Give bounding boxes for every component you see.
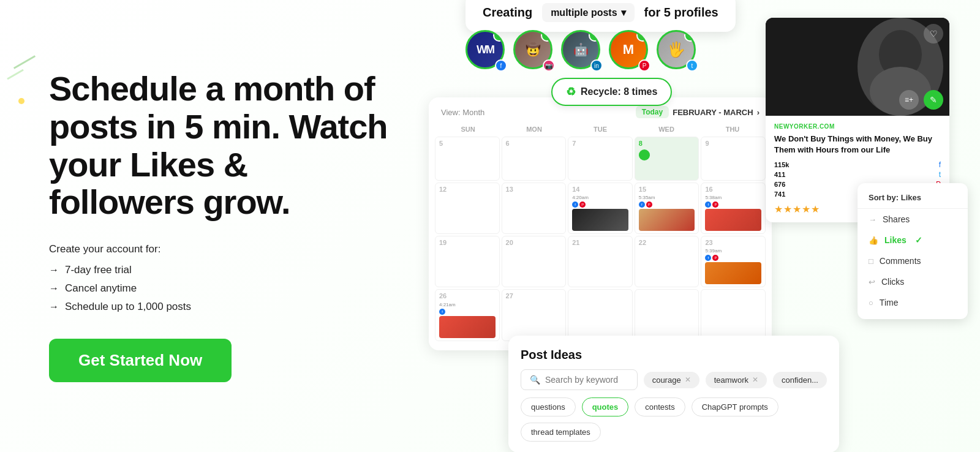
main-headline: Schedule a month of posts in 5 min. Watc… xyxy=(49,70,392,220)
cal-cell-7[interactable]: 7 xyxy=(568,137,633,181)
calendar-week-3: 19 20 21 22 23 5:39am fP xyxy=(435,236,766,287)
ny-stat-fb-val: 115k xyxy=(774,161,789,168)
facebook-badge-wm: f xyxy=(495,59,507,72)
cal-cell-9[interactable]: 9 xyxy=(701,137,766,181)
sort-item-likes[interactable]: 👍 Likes ✓ xyxy=(858,230,968,250)
sort-item-time[interactable]: ○ Time xyxy=(858,292,968,313)
feather-icon[interactable]: ✎ xyxy=(924,90,943,110)
calendar-month-label: FEBRUARY - MARCH xyxy=(673,108,753,117)
cal-cell-6[interactable]: 6 xyxy=(502,137,567,181)
recycle-badge: ♻ Recycle: 8 times xyxy=(551,78,672,106)
bullet-item-cancel: → Cancel anytime xyxy=(49,282,392,295)
keyword-search-box[interactable]: 🔍 xyxy=(521,369,638,390)
tag-questions[interactable]: questions xyxy=(521,397,576,416)
cal-cell-empty3[interactable] xyxy=(701,289,766,341)
svg-point-3 xyxy=(870,67,931,116)
avatar-item-fp: 🖐 ✓ t xyxy=(657,30,696,69)
tag-confide[interactable]: confiden... xyxy=(773,372,827,388)
sort-item-comments[interactable]: □ Comments xyxy=(858,250,968,271)
check-badge-m: ✓ xyxy=(636,30,648,42)
arrow-icon: → xyxy=(49,265,59,276)
ny-stat-li-val: 741 xyxy=(774,190,785,198)
sort-label-likes: Likes xyxy=(884,235,907,245)
cal-cell-21[interactable]: 21 xyxy=(568,236,633,287)
calendar-week-1: 5 6 7 8 9 xyxy=(435,137,766,181)
cal-cell-27[interactable]: 27 xyxy=(502,289,567,341)
for-profiles-label: for 5 profiles xyxy=(644,6,718,20)
multiple-posts-dropdown[interactable]: multiple posts ▾ xyxy=(542,3,634,22)
cal-cell-13[interactable]: 13 xyxy=(502,183,567,234)
tag-quotes[interactable]: quotes xyxy=(582,397,629,416)
bullet-item-posts: → Schedule up to 1,000 posts xyxy=(49,301,392,313)
tag-chatgpt[interactable]: ChapGPT prompts xyxy=(692,397,778,416)
ny-stat-fb: 115k f xyxy=(774,160,941,169)
right-panel: Creating multiple posts ▾ for 5 profiles… xyxy=(429,12,931,440)
day-tue: TUE xyxy=(567,126,633,133)
bullet-text-posts: Schedule up to 1,000 posts xyxy=(65,301,191,313)
cal-cell-23[interactable]: 23 5:39am fP xyxy=(701,236,766,287)
cal-cell-19[interactable]: 19 xyxy=(435,236,500,287)
ny-stat-tw: 411 t xyxy=(774,170,941,179)
remove-teamwork-icon[interactable]: ✕ xyxy=(752,375,758,384)
sort-item-shares[interactable]: → Shares xyxy=(858,209,968,230)
sort-item-clicks[interactable]: ↩ Clicks xyxy=(858,271,968,292)
deco-dot xyxy=(18,98,24,104)
arrow-icon-2: → xyxy=(49,283,59,294)
search-icon: 🔍 xyxy=(530,375,540,385)
cal-cell-empty1[interactable] xyxy=(568,289,633,341)
cal-cell-5[interactable]: 5 xyxy=(435,137,500,181)
tag-courage[interactable]: courage ✕ xyxy=(644,372,699,388)
remove-courage-icon[interactable]: ✕ xyxy=(685,375,691,384)
recycle-label: Recycle: 8 times xyxy=(581,86,657,97)
day-wed: WED xyxy=(633,126,699,133)
calendar-widget: View: Month Today FEBRUARY - MARCH › SUN… xyxy=(429,97,772,350)
facebook-icon: f xyxy=(939,160,941,169)
ny-image-content xyxy=(766,18,949,116)
tag-contests[interactable]: contests xyxy=(635,397,685,416)
sort-label-time: Time xyxy=(880,298,899,307)
cal-cell-26[interactable]: 264:21amf xyxy=(435,289,500,341)
cal-cell-20[interactable]: 20 xyxy=(502,236,567,287)
cal-cell-16[interactable]: 16 5:38am fP xyxy=(701,183,766,234)
cal-cell-8[interactable]: 8 xyxy=(635,137,699,181)
tag-teamwork[interactable]: teamwork ✕ xyxy=(706,372,767,388)
tag-confide-label: confiden... xyxy=(782,375,818,385)
next-month-icon[interactable]: › xyxy=(757,108,760,117)
today-badge[interactable]: Today xyxy=(636,106,669,118)
bullet-text-cancel: Cancel anytime xyxy=(65,282,137,295)
avatar-item-hat: 🤠 ✓ 📷 xyxy=(513,30,552,69)
search-input[interactable] xyxy=(545,375,628,385)
view-label: View: Month xyxy=(441,108,484,117)
calendar-days-header: SUN MON TUE WED THU xyxy=(435,123,766,137)
twitter-badge-fp: t xyxy=(686,59,698,72)
menu-icon[interactable]: ≡+ xyxy=(899,90,919,110)
creating-bar: Creating multiple posts ▾ for 5 profiles xyxy=(466,0,736,32)
page-container: Schedule a month of posts in 5 min. Watc… xyxy=(0,0,980,452)
heart-icon[interactable]: ♡ xyxy=(924,24,943,43)
cal-cell-22[interactable]: 22 xyxy=(635,236,699,287)
ny-stat-pi-val: 676 xyxy=(774,181,785,188)
bullet-item-trial: → 7-day free trial xyxy=(49,264,392,276)
instagram-badge-hat: 📷 xyxy=(543,59,555,72)
tag-teamwork-label: teamwork xyxy=(714,375,748,385)
cal-cell-15[interactable]: 15 5:35am fP xyxy=(635,183,699,234)
sort-label-clicks: Clicks xyxy=(881,277,904,287)
cal-cell-empty2[interactable] xyxy=(635,289,699,341)
cta-button[interactable]: Get Started Now xyxy=(49,339,232,382)
bullet-list: → 7-day free trial → Cancel anytime → Sc… xyxy=(49,264,392,313)
post-ideas-panel: Post Ideas 🔍 courage ✕ teamwork ✕ confid… xyxy=(508,336,839,452)
sort-label-comments: Comments xyxy=(880,256,921,266)
day-mon: MON xyxy=(501,126,567,133)
ny-stars: ★★★★★ xyxy=(774,203,820,215)
sort-header: Sort by: Likes xyxy=(858,189,968,209)
arrow-icon-3: → xyxy=(49,301,59,312)
sub-title: Create your account for: xyxy=(49,243,392,255)
twitter-icon: t xyxy=(939,170,941,179)
calendar-nav: Today FEBRUARY - MARCH › xyxy=(636,106,760,118)
clock-icon: ○ xyxy=(869,298,873,307)
pinterest-badge-m: P xyxy=(638,59,650,72)
cal-cell-14[interactable]: 14 4:20am fP xyxy=(568,183,633,234)
chevron-down-icon: ▾ xyxy=(621,7,626,18)
tag-thread[interactable]: thread templates xyxy=(521,423,601,442)
cal-cell-12[interactable]: 12 xyxy=(435,183,500,234)
